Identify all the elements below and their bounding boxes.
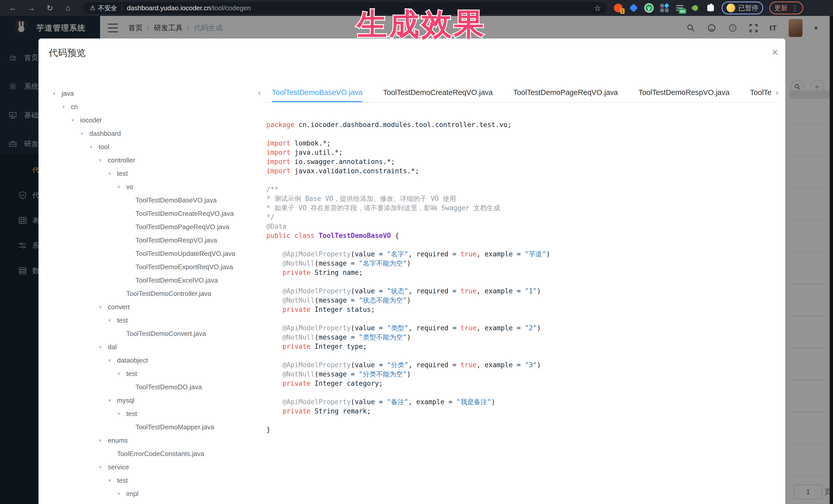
tree-folder-test[interactable]: ▾test: [108, 314, 128, 327]
tree-node-label: ToolTestDemoRespVO.java: [136, 236, 217, 244]
tree-file-ToolTestDemoUpdateReqVO.java[interactable]: ToolTestDemoUpdateReqVO.java: [127, 247, 235, 260]
tree-expand-caret-icon[interactable]: ▾: [99, 304, 105, 310]
tree-expand-caret-icon[interactable]: ▾: [99, 344, 105, 350]
browser-forward-icon[interactable]: →: [26, 2, 37, 14]
code-line: * 测试示例 Base VO，提供给添加、修改、详细的子 VO 使用: [266, 194, 777, 203]
tree-folder-controller[interactable]: ▾controller: [99, 153, 135, 167]
code-line: @ApiModelProperty(value = "备注", example …: [266, 397, 777, 407]
tree-file-ToolTestDemoServiceImpl.java[interactable]: ToolTestDemoServiceImpl.java: [127, 500, 227, 504]
tab-ToolTe[interactable]: ToolTe: [750, 83, 772, 102]
browser-back-icon[interactable]: ←: [7, 2, 19, 14]
browser-scrollbar[interactable]: [830, 16, 833, 504]
tree-expand-caret-icon[interactable]: ▾: [99, 464, 105, 470]
tree-folder-test[interactable]: ▾test: [108, 167, 128, 180]
code-line: import io.swagger.annotations.*;: [266, 157, 777, 166]
browser-profile-button[interactable]: 已暂停: [722, 2, 763, 15]
code-line: import java.util.*;: [266, 148, 777, 157]
tree-expand-caret-icon[interactable]: ▾: [118, 370, 123, 377]
tree-node-label: ToolTestDemoExportReqVO.java: [136, 263, 233, 271]
tree-expand-caret-icon[interactable]: ▾: [108, 317, 114, 323]
tree-folder-convert[interactable]: ▾convert: [99, 300, 129, 314]
code-line: [266, 388, 777, 397]
tree-expand-caret-icon[interactable]: ▾: [108, 477, 114, 483]
tree-node-label: service: [108, 463, 129, 471]
tree-file-ToolTestDemoDO.java[interactable]: ToolTestDemoDO.java: [127, 380, 202, 394]
sprout-extension-icon[interactable]: [690, 3, 700, 13]
tree-file-ToolTestDemoCreateReqVO.java[interactable]: ToolTestDemoCreateReqVO.java: [127, 207, 234, 220]
tree-folder-cn[interactable]: ▾cn: [62, 100, 78, 114]
code-line: @Data: [266, 222, 777, 231]
not-secure-label[interactable]: 不安全: [98, 4, 117, 12]
annotation-note: 生成效果: [357, 4, 486, 45]
tree-folder-iocoder[interactable]: ▾iocoder: [71, 114, 102, 127]
tab-ToolTestDemoBaseVO.java[interactable]: ToolTestDemoBaseVO.java: [272, 83, 363, 102]
code-line: @ApiModelProperty(value = "状态", required…: [266, 286, 777, 296]
code-line: private Integer type;: [266, 342, 777, 351]
tree-folder-dashboard[interactable]: ▾dashboard: [80, 127, 121, 140]
tree-expand-caret-icon[interactable]: ▾: [108, 357, 114, 363]
tree-node-label: ToolTestDemoExcelVO.java: [136, 277, 218, 284]
code-line: @ApiModelProperty(value = "名字", required…: [266, 249, 777, 259]
tree-node-label: controller: [108, 156, 135, 164]
tree-expand-caret-icon[interactable]: ▾: [108, 397, 114, 403]
tree-folder-dataobject[interactable]: ▾dataobject: [108, 354, 148, 367]
tabs-scroll-left-icon[interactable]: ‹: [258, 87, 261, 97]
file-tab-bar: ToolTestDemoBaseVO.javaToolTestDemoCreat…: [264, 83, 778, 103]
browser-reload-icon[interactable]: ↻: [44, 2, 55, 14]
tree-file-ToolTestDemoBaseVO.java[interactable]: ToolTestDemoBaseVO.java: [127, 193, 217, 207]
tree-file-ToolTestDemoPageReqVO.java[interactable]: ToolTestDemoPageReqVO.java: [127, 220, 230, 234]
tree-folder-test[interactable]: ▾test: [118, 407, 137, 421]
tree-expand-caret-icon[interactable]: ▾: [71, 117, 77, 123]
green-y-extension-icon[interactable]: y: [644, 3, 654, 13]
tree-expand-caret-icon[interactable]: ▾: [99, 437, 105, 443]
code-line: [266, 277, 777, 286]
gem-extension-icon[interactable]: [629, 3, 639, 13]
browser-home-icon[interactable]: ⌂: [63, 2, 74, 14]
code-line: @NotNull(message = "名字不能为空"): [266, 259, 777, 268]
tree-folder-impl[interactable]: ▾impl: [118, 487, 139, 500]
tree-expand-caret-icon[interactable]: ▾: [118, 184, 123, 190]
tabs-scroll-right-icon[interactable]: ›: [776, 87, 778, 97]
tree-file-ToolTestDemoExportReqVO.java[interactable]: ToolTestDemoExportReqVO.java: [127, 260, 233, 273]
tab-ToolTestDemoPageReqVO.java[interactable]: ToolTestDemoPageReqVO.java: [513, 83, 618, 102]
tree-expand-caret-icon[interactable]: ▾: [90, 144, 95, 150]
tree-expand-caret-icon[interactable]: ▾: [99, 157, 105, 163]
address-bar[interactable]: ⚠ 不安全 dashboard.yudao.iocoder.cn /tool/c…: [83, 2, 606, 14]
tree-expand-caret-icon[interactable]: ▾: [62, 104, 68, 110]
tree-folder-dal[interactable]: ▾dal: [99, 340, 117, 354]
bookmark-star-icon[interactable]: ☆: [594, 4, 601, 13]
tree-expand-caret-icon[interactable]: ▾: [118, 411, 123, 417]
tree-folder-vo[interactable]: ▾vo: [118, 180, 133, 193]
tree-folder-service[interactable]: ▾service: [99, 460, 129, 474]
tree-file-ToolTestDemoExcelVO.java[interactable]: ToolTestDemoExcelVO.java: [127, 273, 218, 287]
close-icon[interactable]: ×: [768, 45, 782, 59]
dialog-title: 代码预览: [49, 47, 86, 59]
tree-folder-mysql[interactable]: ▾mysql: [108, 394, 135, 407]
tree-file-ToolTestDemoConvert.java[interactable]: ToolTestDemoConvert.java: [118, 327, 206, 340]
tree-file-ToolTestDemoRespVO.java[interactable]: ToolTestDemoRespVO.java: [127, 234, 217, 247]
tree-folder-test[interactable]: ▾test: [118, 367, 137, 380]
tree-expand-caret-icon[interactable]: ▾: [118, 491, 123, 497]
tree-node-label: iocoder: [80, 116, 102, 124]
tree-expand-caret-icon[interactable]: ▾: [80, 130, 86, 137]
tree-expand-caret-icon[interactable]: ▾: [108, 170, 114, 176]
tab-ToolTestDemoRespVO.java[interactable]: ToolTestDemoRespVO.java: [639, 83, 730, 102]
tab-ToolTestDemoCreateReqVO.java[interactable]: ToolTestDemoCreateReqVO.java: [383, 83, 493, 102]
browser-update-menu-button[interactable]: 更新 ⋮: [769, 2, 803, 15]
tree-file-ToolTestDemoController.java[interactable]: ToolTestDemoController.java: [118, 287, 211, 300]
tree-file-ToolErrorCodeConstants.java[interactable]: ToolErrorCodeConstants.java: [108, 447, 204, 460]
list-extension-icon[interactable]: on: [675, 3, 685, 13]
ubuntu-extension-icon[interactable]: 1: [613, 3, 623, 13]
code-line: private Integer status;: [266, 305, 777, 314]
code-line: @NotNull(message = "类型不能为空"): [266, 333, 777, 342]
grid-extension-icon[interactable]: [660, 3, 669, 13]
tree-folder-tool[interactable]: ▾tool: [90, 140, 109, 153]
tree-folder-java[interactable]: ▾java: [53, 87, 74, 100]
tree-folder-enums[interactable]: ▾enums: [99, 434, 128, 447]
tree-file-ToolTestDemoMapper.java[interactable]: ToolTestDemoMapper.java: [127, 421, 214, 434]
tree-node-label: dashboard: [89, 129, 121, 138]
tree-expand-caret-icon[interactable]: ▾: [53, 90, 58, 96]
puzzle-extension-icon[interactable]: [706, 3, 715, 13]
tree-folder-test[interactable]: ▾test: [108, 474, 128, 487]
tree-node-label: dataobject: [117, 356, 148, 364]
